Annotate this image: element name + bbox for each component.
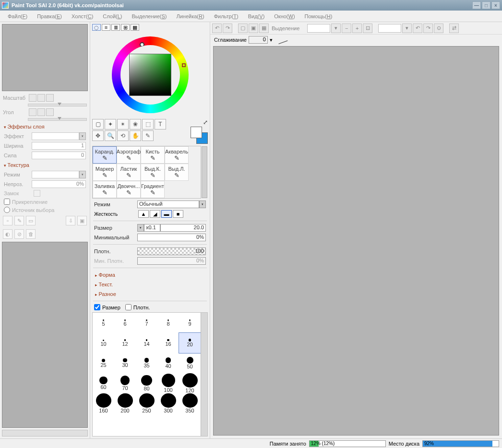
tex-mode-dropdown-icon[interactable]: ▾: [79, 171, 86, 178]
brush-tool-Акварель[interactable]: Акварель✎: [165, 146, 189, 164]
size-cell-6[interactable]: 6: [114, 313, 136, 333]
strength-input[interactable]: 0: [32, 152, 86, 159]
size-cell-8[interactable]: 8: [157, 313, 179, 333]
hardness-2-button[interactable]: ◢: [150, 210, 160, 218]
size-cell-160[interactable]: 160: [93, 393, 114, 413]
layer-list[interactable]: [2, 242, 88, 428]
angle-reset-button[interactable]: [46, 108, 54, 116]
brush-tool-Выд.К.[interactable]: Выд.К.✎: [141, 164, 165, 181]
maximize-button[interactable]: □: [482, 1, 490, 9]
rotate-input[interactable]: [378, 24, 401, 33]
tool-3[interactable]: ❀: [130, 119, 141, 130]
texture-head[interactable]: Текстура: [0, 160, 90, 170]
brush-tool-Маркер[interactable]: Маркер✎: [93, 164, 117, 181]
blend-mode-dropdown-icon[interactable]: ▾: [199, 200, 206, 208]
tool-9[interactable]: ✋: [130, 130, 141, 141]
brush-tools-scrollbar[interactable]: [202, 146, 207, 198]
show-sel-button[interactable]: ▦: [259, 24, 269, 33]
brush-tool-Каранд.[interactable]: Каранд.✎: [93, 146, 117, 164]
swap-colors-icon[interactable]: ⤢: [203, 119, 208, 126]
invert-sel-button[interactable]: ▣: [249, 24, 258, 33]
menu-видv[interactable]: Вид(V): [243, 12, 270, 21]
zoom-dropdown[interactable]: ▾: [331, 24, 341, 33]
hardness-1-button[interactable]: ▲: [138, 210, 149, 218]
smoothing-dropdown-icon[interactable]: ▾: [270, 37, 273, 43]
density-input[interactable]: 100: [137, 248, 206, 255]
text-head[interactable]: Текст.: [91, 280, 209, 289]
menu-выделениеs[interactable]: Выделение(S): [127, 12, 172, 21]
brush-tool-Аэрограф[interactable]: Аэрограф✎: [117, 146, 141, 164]
smoothing-input[interactable]: 0: [249, 36, 268, 44]
scale-reset-button[interactable]: [46, 94, 54, 102]
foreground-color-swatch[interactable]: [191, 127, 202, 138]
size-cell-70[interactable]: 70: [114, 373, 136, 393]
size-dropdown-icon[interactable]: ▾: [137, 224, 144, 232]
hue-cursor[interactable]: [140, 42, 144, 47]
new-folder-button[interactable]: ▭: [26, 216, 36, 225]
menu-фильтрt[interactable]: Фильтр(T): [209, 12, 243, 21]
hardness-3-button[interactable]: ▬: [161, 210, 172, 218]
zoom-input[interactable]: [307, 24, 330, 33]
size-cell-300[interactable]: 300: [157, 393, 179, 413]
sv-box[interactable]: [129, 54, 171, 96]
brush-tool-Ластик[interactable]: Ластик✎: [117, 164, 141, 181]
navigator-preview[interactable]: [2, 24, 88, 91]
clear-button[interactable]: ⊘: [14, 229, 24, 239]
angle-ccw-button[interactable]: [29, 108, 36, 116]
menu-окноw[interactable]: Окно(W): [269, 12, 299, 21]
new-layer-button[interactable]: ▫: [3, 216, 12, 225]
menu-линейкаr[interactable]: Линейка(R): [172, 12, 209, 21]
mask-button[interactable]: ◐: [3, 229, 12, 239]
min-size-input[interactable]: 0%: [137, 234, 206, 241]
size-input[interactable]: 20.0: [160, 224, 206, 232]
brush-tool-Кисть[interactable]: Кисть✎: [141, 146, 165, 164]
flip-h-button[interactable]: ⇄: [449, 24, 459, 33]
size-cell-10[interactable]: 10: [93, 333, 114, 353]
brush-tool-Градиент[interactable]: Градиент✎: [141, 181, 165, 198]
menu-помощьh[interactable]: Помощь(H): [300, 12, 337, 21]
tex-mode-select[interactable]: [32, 171, 79, 178]
scale-minus-button[interactable]: [29, 94, 36, 102]
width-input[interactable]: 1: [32, 142, 86, 150]
tool-5[interactable]: T: [155, 119, 166, 130]
rotate-cw-button[interactable]: ↷: [423, 24, 433, 33]
tex-opacity-input[interactable]: 0%: [32, 180, 86, 188]
layer-scroll-h[interactable]: [2, 430, 88, 436]
size-cell-50[interactable]: 50: [179, 353, 201, 373]
source-radio[interactable]: [4, 207, 10, 213]
size-cell-200[interactable]: 200: [114, 393, 136, 413]
close-button[interactable]: ×: [491, 1, 500, 9]
menu-холстc[interactable]: Холст(C): [67, 12, 98, 21]
attach-checkbox[interactable]: [4, 199, 10, 205]
size-cell-350[interactable]: 350: [179, 393, 201, 413]
tool-2[interactable]: ✴: [117, 119, 129, 130]
delete-layer-button[interactable]: 🗑: [26, 229, 36, 239]
size-cell-35[interactable]: 35: [136, 353, 157, 373]
undo-button[interactable]: ↶: [212, 24, 222, 33]
angle-slider[interactable]: [28, 118, 87, 121]
brush-tool-Заливка[interactable]: Заливка✎: [93, 181, 117, 198]
size-cell-16[interactable]: 16: [157, 333, 179, 353]
angle-cw-button[interactable]: [37, 108, 45, 116]
tool-10[interactable]: ✎: [142, 130, 154, 141]
rotate-ccw-button[interactable]: ↶: [413, 24, 422, 33]
tool-8[interactable]: ⟲: [117, 130, 129, 141]
size-cell-40[interactable]: 40: [157, 353, 179, 373]
menu-файлf[interactable]: Файл(F): [3, 12, 32, 21]
scale-slider[interactable]: [28, 104, 87, 106]
zoom-out-button[interactable]: −: [342, 24, 351, 33]
transfer-down-button[interactable]: ⇩: [66, 216, 75, 225]
brush-tool-Двоичн...[interactable]: Двоичн...✎: [117, 181, 141, 198]
minimize-button[interactable]: —: [472, 1, 481, 9]
menu-правкаe[interactable]: Правка(E): [32, 12, 67, 21]
size-cell-7[interactable]: 7: [136, 313, 157, 333]
size-cell-14[interactable]: 14: [136, 333, 157, 353]
misc-head[interactable]: Разное: [91, 289, 209, 299]
size-cell-30[interactable]: 30: [114, 353, 136, 373]
density-pressure-checkbox[interactable]: [125, 304, 131, 310]
size-cell-60[interactable]: 60: [93, 373, 114, 393]
size-cell-80[interactable]: 80: [136, 373, 157, 393]
rotate-dropdown[interactable]: ▾: [402, 24, 412, 33]
size-cell-25[interactable]: 25: [93, 353, 114, 373]
tool-7[interactable]: 🔍: [105, 130, 116, 141]
